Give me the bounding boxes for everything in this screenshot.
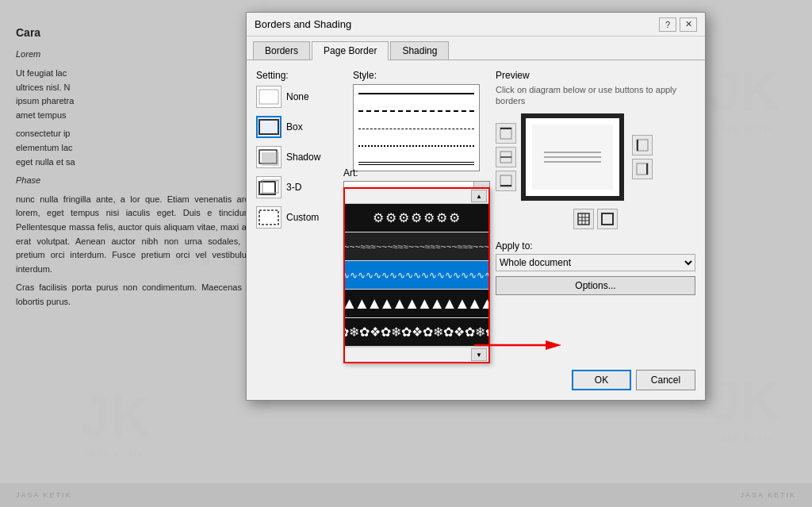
preview-document[interactable]	[521, 113, 624, 201]
border-bottom-icon	[500, 175, 512, 187]
art-scroll-up[interactable]: ▲	[471, 190, 487, 202]
preview-btn-bottom[interactable]	[496, 171, 516, 191]
border-left-icon	[636, 139, 649, 152]
art-pattern-3: ∿∿∿∿∿∿∿∿∿∿∿∿∿∿∿∿∿∿∿∿∿∿∿∿∿∿∿∿∿∿∿∿∿∿∿	[345, 261, 488, 289]
art-items-list: ⚙⚙⚙⚙⚙⚙⚙ ~~~≈≈≈~~~≈≈≈~~~≈≈≈~~~≈≈≈~~~≈≈≈~~…	[345, 204, 488, 347]
preview-btn-left[interactable]	[632, 135, 653, 156]
art-item-1[interactable]: ⚙⚙⚙⚙⚙⚙⚙	[345, 204, 488, 232]
art-item-5[interactable]: ❄✿❖✿❄✿❖✿❄✿❖✿❄✿❖✿❄✿❖✿❄	[345, 318, 488, 347]
art-pattern-5: ❄✿❖✿❄✿❖✿❄✿❖✿❄✿❖✿❄✿❖✿❄	[345, 325, 488, 340]
preview-btn-right[interactable]	[632, 159, 653, 179]
doc-para-4: Phase	[16, 174, 254, 188]
options-button[interactable]: Options...	[496, 276, 695, 295]
footer-left: JASA KETIK	[16, 491, 72, 499]
custom-icon-svg	[258, 209, 280, 226]
preview-btn-outside[interactable]	[597, 209, 618, 229]
svg-rect-10	[500, 128, 511, 139]
document-content: Cara Lorem Ut feugiat lacultrices nisl. …	[16, 24, 254, 313]
close-button[interactable]: ✕	[680, 17, 697, 32]
svg-rect-17	[637, 140, 638, 151]
cancel-button[interactable]: Cancel	[636, 370, 695, 390]
art-label: Art:	[343, 167, 490, 179]
style-item-dotted[interactable]	[354, 137, 479, 155]
setting-icon-none	[256, 86, 282, 108]
setting-box[interactable]: Box	[256, 116, 343, 138]
preview-btn-all[interactable]	[573, 209, 594, 229]
svg-rect-0	[259, 90, 278, 104]
setting-icon-3d	[256, 176, 282, 198]
dialog-title: Borders and Shading	[255, 18, 351, 30]
tab-shading[interactable]: Shading	[390, 41, 449, 60]
setting-icon-box	[256, 116, 282, 138]
art-pattern-1: ⚙⚙⚙⚙⚙⚙⚙	[373, 210, 461, 225]
preview-label: Preview	[496, 70, 695, 81]
dialog-tabs: Borders Page Border Shading	[247, 36, 705, 60]
dialog-footer: OK Cancel	[572, 370, 695, 390]
setting-name-box: Box	[286, 121, 303, 133]
preview-line-2	[544, 156, 600, 158]
border-top-icon	[500, 127, 512, 140]
setting-none[interactable]: None	[256, 86, 343, 108]
preview-controls-left	[496, 123, 516, 191]
setting-panel: Setting: None Box	[256, 70, 343, 371]
style-line-solid	[358, 93, 474, 94]
svg-rect-18	[637, 163, 648, 175]
art-scroll-down[interactable]: ▼	[471, 348, 487, 361]
setting-label: Setting:	[256, 70, 343, 81]
footer-right: JASA KETIK	[740, 491, 796, 499]
svg-rect-1	[259, 120, 278, 134]
setting-name-3d: 3-D	[286, 182, 301, 193]
svg-rect-19	[646, 163, 648, 175]
svg-rect-25	[602, 213, 613, 225]
style-item-solid[interactable]	[354, 85, 479, 102]
ok-button[interactable]: OK	[572, 370, 631, 390]
setting-3d[interactable]: 3-D	[256, 176, 343, 198]
svg-rect-11	[500, 128, 511, 129]
style-line-double	[358, 162, 474, 165]
art-popup-footer: ▼	[345, 347, 488, 362]
art-item-3[interactable]: ∿∿∿∿∿∿∿∿∿∿∿∿∿∿∿∿∿∿∿∿∿∿∿∿∿∿∿∿∿∿∿∿∿∿∿	[345, 261, 488, 290]
setting-shadow[interactable]: Shadow	[256, 146, 343, 168]
style-item-dashed-long[interactable]	[354, 102, 479, 120]
3d-icon-svg	[258, 179, 280, 196]
art-item-4[interactable]: ▲▲▲▲▲▲▲▲▲▲▲▲▲▲▲▲▲▲▲▲▲▲	[345, 290, 488, 318]
svg-rect-15	[500, 185, 511, 186]
setting-name-shadow: Shadow	[286, 152, 320, 163]
tab-page-border[interactable]: Page Border	[312, 41, 389, 60]
setting-custom[interactable]: Custom	[256, 206, 343, 229]
setting-name-custom: Custom	[286, 212, 319, 223]
svg-rect-16	[637, 140, 648, 151]
art-pattern-4: ▲▲▲▲▲▲▲▲▲▲▲▲▲▲▲▲▲▲▲▲▲▲	[345, 294, 488, 313]
border-outside-icon	[601, 213, 614, 225]
dialog-titlebar: Borders and Shading ? ✕	[247, 13, 705, 36]
apply-to-select[interactable]: Whole document	[496, 254, 695, 271]
border-all-icon	[577, 213, 590, 225]
preview-inner	[532, 125, 613, 190]
style-label: Style:	[353, 70, 480, 81]
preview-panel: Preview Click on diagram below or use bu…	[489, 70, 695, 371]
border-right-icon	[636, 163, 649, 175]
style-listbox[interactable]	[353, 84, 480, 171]
preview-line-1	[544, 152, 600, 153]
svg-rect-9	[259, 210, 278, 225]
dialog-controls: ? ✕	[659, 17, 697, 32]
doc-para-5: nunc nulla fringilla ante, a lor que. Et…	[16, 193, 254, 277]
setting-icon-custom	[256, 206, 282, 229]
help-button[interactable]: ?	[659, 17, 676, 32]
shadow-icon-svg	[258, 148, 280, 166]
art-item-2[interactable]: ~~~≈≈≈~~~≈≈≈~~~≈≈≈~~~≈≈≈~~~≈≈≈~~~≈≈≈~~~	[345, 232, 488, 261]
preview-btn-top[interactable]	[496, 123, 516, 144]
style-line-dashed-long	[358, 110, 474, 112]
art-popup: ▲ ⚙⚙⚙⚙⚙⚙⚙ ~~~≈≈≈~~~≈≈≈~~~≈≈≈~~~≈≈≈~~~≈≈≈…	[343, 187, 490, 363]
style-line-dotted	[358, 145, 474, 147]
style-line-dashed	[358, 129, 474, 129]
style-item-dashed[interactable]	[354, 120, 479, 137]
tab-borders[interactable]: Borders	[253, 41, 310, 60]
preview-btn-middle[interactable]	[496, 147, 516, 167]
box-icon-svg	[258, 118, 280, 136]
preview-line-3	[544, 161, 600, 163]
preview-controls-right	[632, 135, 653, 179]
borders-shading-dialog: Borders and Shading ? ✕ Borders Page Bor…	[246, 12, 706, 401]
setting-name-none: None	[286, 91, 309, 102]
svg-rect-14	[500, 175, 511, 186]
